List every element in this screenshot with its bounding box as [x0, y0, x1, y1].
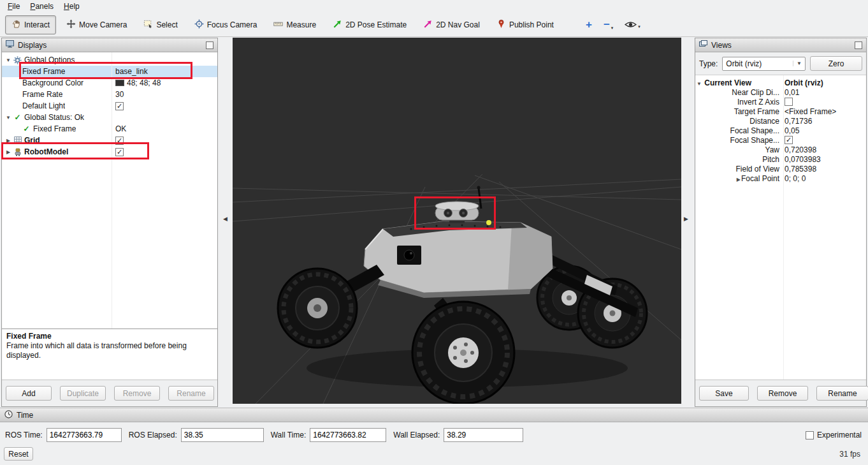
property-value[interactable]: 0,0703983 — [785, 154, 866, 164]
display-row-global-options[interactable]: ▼ Global Options — [2, 54, 217, 66]
remove-button[interactable]: Remove — [114, 386, 160, 401]
view-prop-focal-shape-fixed[interactable]: Focal Shape... ✓ — [695, 135, 866, 145]
view-prop-invert-z[interactable]: Invert Z Axis — [695, 97, 866, 107]
property-value[interactable]: <Fixed Frame> — [785, 107, 866, 116]
wheel-rear-left — [278, 269, 357, 348]
property-value[interactable]: base_link — [113, 66, 217, 77]
display-row-global-status[interactable]: ▼ ✓ Global Status: Ok — [2, 112, 217, 123]
tool-label: 2D Pose Estimate — [345, 20, 407, 29]
display-row-fixed-frame[interactable]: Fixed Frame base_link — [2, 66, 217, 77]
display-row-robotmodel[interactable]: ▶ RobotModel ✓ — [2, 146, 217, 158]
3d-viewport[interactable] — [233, 38, 681, 404]
add-button[interactable]: Add — [6, 386, 52, 401]
grid-enabled-checkbox[interactable]: ✓ — [115, 137, 124, 145]
tool-publish-point[interactable]: Publish Point — [490, 15, 560, 34]
check-mark: ✓ — [117, 137, 122, 144]
property-label: Focal Shape... — [695, 126, 782, 135]
view-type-dropdown[interactable]: Orbit (rviz) ▼ — [722, 57, 806, 71]
view-prop-field-of-view[interactable]: Field of View 0,785398 — [695, 164, 866, 173]
tool-focus-camera[interactable]: Focus Camera — [188, 15, 264, 34]
tool-2d-nav-goal[interactable]: 2D Nav Goal — [417, 15, 486, 34]
check-mark: ✓ — [117, 103, 122, 110]
ros-time-input[interactable] — [47, 428, 122, 442]
default-light-checkbox[interactable]: ✓ — [115, 102, 124, 110]
rename-view-button[interactable]: Rename — [816, 386, 868, 401]
view-prop-yaw[interactable]: Yaw 0,720398 — [695, 145, 866, 154]
view-prop-target-frame[interactable]: Target Frame <Fixed Frame> — [695, 107, 866, 116]
field-label: Wall Time: — [271, 431, 307, 439]
display-row-label: RobotModel — [23, 147, 68, 156]
check-mark: ✓ — [786, 137, 792, 144]
display-row-fixed-frame-status[interactable]: ✓ Fixed Frame OK — [2, 123, 217, 135]
duplicate-button[interactable]: Duplicate — [60, 386, 106, 401]
ros-elapsed-field: ROS Elapsed: — [129, 428, 264, 442]
remove-tool-icon[interactable]: −▾ — [604, 19, 613, 30]
time-panel: Time ROS Time: ROS Elapsed: Wall Time: W… — [0, 408, 868, 465]
add-tool-icon[interactable]: + — [586, 19, 592, 30]
panel-float-button[interactable] — [855, 41, 862, 49]
property-label: Fixed Frame — [32, 124, 76, 133]
current-view-type: Orbit (rviz) — [785, 78, 866, 87]
displays-panel-header[interactable]: Displays — [2, 38, 217, 52]
tool-measure[interactable]: Measure — [267, 15, 322, 34]
rename-button[interactable]: Rename — [168, 386, 214, 401]
time-panel-header[interactable]: Time — [0, 408, 868, 422]
expand-arrow[interactable]: ▶ — [4, 138, 12, 144]
focal-shape-checkbox[interactable]: ✓ — [785, 136, 793, 144]
minus-glyph: − — [604, 19, 610, 30]
robotmodel-enabled-checkbox[interactable]: ✓ — [115, 148, 124, 156]
view-prop-focal-shape-size[interactable]: Focal Shape... 0,05 — [695, 126, 866, 135]
expand-arrow[interactable]: ▼ — [4, 57, 12, 63]
views-panel-header[interactable]: Views — [695, 38, 866, 52]
property-value[interactable]: 30 — [113, 89, 217, 100]
view-prop-focal-point[interactable]: ▶Focal Point 0; 0; 0 — [695, 173, 866, 183]
property-label: Fixed Frame — [21, 67, 65, 76]
save-view-button[interactable]: Save — [699, 386, 749, 401]
splitter-collapse-right-icon[interactable]: ▶ — [684, 216, 688, 222]
experimental-checkbox[interactable] — [806, 431, 814, 439]
menu-help[interactable]: Help — [59, 1, 85, 11]
expand-arrow[interactable]: ▼ — [4, 115, 12, 121]
gear-icon — [12, 56, 23, 64]
robot-3d-scene — [233, 38, 681, 404]
tool-interact[interactable]: Interact — [5, 15, 56, 34]
display-row-background-color[interactable]: Background Color 48; 48; 48 — [2, 77, 217, 89]
menu-panels[interactable]: Panels — [25, 1, 59, 11]
property-value[interactable]: 0,71736 — [785, 116, 866, 126]
wall-elapsed-input[interactable] — [444, 428, 523, 442]
property-value[interactable]: 0,01 — [785, 87, 866, 97]
expand-arrow[interactable]: ▶ — [737, 177, 741, 182]
tool-label: Measure — [286, 20, 316, 29]
wall-elapsed-field: Wall Elapsed: — [393, 428, 523, 442]
wall-time-input[interactable] — [310, 428, 386, 442]
splitter-collapse-left-icon[interactable]: ◀ — [223, 216, 228, 222]
remove-view-button[interactable]: Remove — [757, 386, 808, 401]
property-value[interactable]: 0,785398 — [785, 164, 866, 173]
displays-tree: ▼ Global Options Fixed Frame base_link B… — [2, 52, 217, 328]
property-value[interactable]: 0,720398 — [785, 145, 866, 154]
ros-elapsed-input[interactable] — [181, 428, 264, 442]
zero-button[interactable]: Zero — [810, 56, 862, 71]
view-prop-pitch[interactable]: Pitch 0,0703983 — [695, 154, 866, 164]
tool-move-camera[interactable]: Move Camera — [60, 15, 133, 34]
tool-select[interactable]: Select — [137, 15, 184, 34]
reset-button[interactable]: Reset — [4, 447, 33, 461]
view-prop-distance[interactable]: Distance 0,71736 — [695, 116, 866, 126]
invert-z-checkbox[interactable] — [785, 98, 793, 106]
property-value[interactable]: 0,05 — [785, 126, 866, 135]
panel-float-button[interactable] — [206, 41, 213, 49]
display-row-grid[interactable]: ▶ Grid ✓ — [2, 135, 217, 146]
property-value[interactable]: 0; 0; 0 — [785, 173, 866, 183]
experimental-toggle[interactable]: Experimental — [806, 431, 862, 439]
tool-2d-pose-estimate[interactable]: 2D Pose Estimate — [326, 15, 413, 34]
view-prop-near-clip[interactable]: Near Clip Di... 0,01 — [695, 87, 866, 97]
chevron-down-icon: ▼ — [793, 61, 802, 66]
property-value[interactable]: 48; 48; 48 — [113, 77, 217, 89]
visibility-eye-icon[interactable]: ▾ — [625, 20, 640, 29]
current-view-row[interactable]: ▼ Current View Orbit (rviz) — [695, 78, 866, 87]
menu-file[interactable]: File — [3, 1, 25, 11]
expand-arrow[interactable]: ▼ — [697, 81, 702, 87]
expand-arrow[interactable]: ▶ — [4, 149, 12, 155]
display-row-frame-rate[interactable]: Frame Rate 30 — [2, 89, 217, 100]
display-row-default-light[interactable]: Default Light ✓ — [2, 100, 217, 112]
